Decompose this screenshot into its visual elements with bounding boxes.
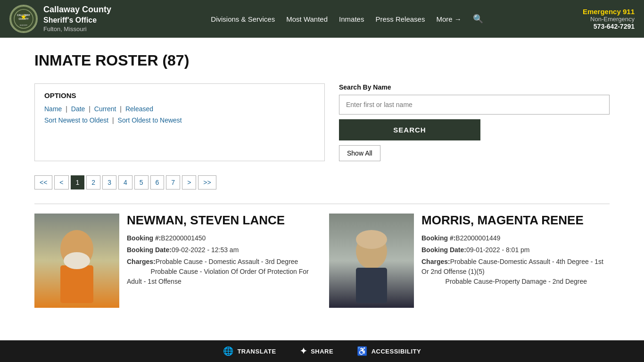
non-emergency-number: 573-642-7291: [594, 23, 635, 30]
agency-title: Callaway County Sheriff's Office Fulton,…: [43, 4, 111, 33]
sort-by-date-link[interactable]: Date: [71, 105, 85, 113]
show-all-button[interactable]: Show All: [339, 145, 380, 161]
header-search-button[interactable]: 🔍: [473, 14, 483, 24]
nav-divisions[interactable]: Divisions & Services: [211, 15, 275, 23]
inmate-charges-1: Charges:Probable Cause - Domestic Assaul…: [127, 257, 315, 287]
svg-rect-9: [60, 265, 93, 303]
page-7[interactable]: 7: [166, 175, 180, 189]
inmate-list: NEWMAN, STEVEN LANCE Booking #:B22000001…: [34, 214, 610, 308]
inmate-booking-num-1: Booking #:B22000001450: [127, 233, 315, 243]
header-left: CALLAWAY COUNTY SHERIFF Callaway County …: [9, 4, 111, 33]
inmate-photo-1: [34, 214, 119, 308]
page-first[interactable]: <<: [34, 175, 52, 189]
search-box: Search By Name SEARCH Show All: [339, 83, 610, 161]
agency-sub: Sheriff's Office: [43, 16, 111, 25]
arrow-right-icon: →: [454, 15, 462, 23]
nav-inmates[interactable]: Inmates: [339, 15, 364, 23]
page-last[interactable]: >>: [198, 175, 216, 189]
site-header: CALLAWAY COUNTY SHERIFF Callaway County …: [0, 0, 644, 38]
section-divider: [34, 204, 610, 204]
svg-text:SHERIFF: SHERIFF: [19, 24, 28, 26]
agency-location: Fulton, Missouri: [43, 25, 111, 33]
svg-point-15: [356, 230, 387, 249]
inmate-booking-num-2: Booking #:B22000001449: [421, 233, 610, 243]
bottom-bar: 🌐 TRANSLATE ✦ SHARE ♿ ACCESSIBILITY: [0, 340, 644, 346]
page-title: INMATE ROSTER (87): [34, 52, 610, 69]
page-next[interactable]: >: [182, 175, 196, 189]
sort-links: Sort Newest to Oldest | Sort Oldest to N…: [44, 116, 315, 124]
svg-point-10: [64, 252, 90, 269]
search-input[interactable]: [339, 95, 610, 115]
inmate-info-1: NEWMAN, STEVEN LANCE Booking #:B22000001…: [127, 214, 315, 288]
page-2[interactable]: 2: [86, 175, 100, 189]
sort-by-name-link[interactable]: Name: [44, 105, 62, 113]
page-6[interactable]: 6: [150, 175, 165, 189]
page-5[interactable]: 5: [134, 175, 149, 189]
options-links: Name | Date | Current | Released: [44, 105, 315, 113]
filter-released-link[interactable]: Released: [125, 105, 153, 113]
inmate-card-2: MORRIS, MAGENTA RENEE Booking #:B2200000…: [329, 214, 610, 308]
options-box: OPTIONS Name | Date | Current | Released…: [34, 83, 325, 161]
search-label: Search By Name: [339, 83, 610, 91]
pagination: << < 1 2 3 4 5 6 7 > >>: [34, 175, 610, 189]
photo-placeholder-2: [329, 214, 414, 308]
search-button[interactable]: SEARCH: [339, 119, 480, 140]
page-3[interactable]: 3: [102, 175, 116, 189]
filter-current-link[interactable]: Current: [94, 105, 116, 113]
svg-rect-14: [356, 268, 387, 303]
sort-newest-link[interactable]: Sort Newest to Oldest: [44, 116, 108, 124]
main-content: INMATE ROSTER (87) OPTIONS Name | Date |…: [16, 38, 628, 346]
page-4[interactable]: 4: [118, 175, 132, 189]
main-nav: Divisions & Services Most Wanted Inmates…: [211, 14, 483, 24]
photo-placeholder-1: [34, 214, 119, 308]
nav-more[interactable]: More →: [436, 15, 461, 23]
search-icon: 🔍: [473, 14, 483, 24]
inmate-booking-date-2: Booking Date:09-01-2022 - 8:01 pm: [421, 245, 610, 255]
page-prev[interactable]: <: [54, 175, 68, 189]
inmate-charges-2: Charges:Probable Cause-Domestic Assault …: [421, 257, 610, 287]
inmate-name-1[interactable]: NEWMAN, STEVEN LANCE: [127, 214, 315, 228]
emergency-number: Emergency 911: [583, 8, 635, 16]
sort-oldest-link[interactable]: Sort Oldest to Newest: [118, 116, 182, 124]
page-1[interactable]: 1: [71, 175, 85, 189]
options-search-row: OPTIONS Name | Date | Current | Released…: [34, 83, 610, 161]
inmate-card-1: NEWMAN, STEVEN LANCE Booking #:B22000001…: [34, 214, 315, 308]
nav-press-releases[interactable]: Press Releases: [375, 15, 425, 23]
non-emergency-label: Non-Emergency: [590, 16, 635, 23]
agency-name: Callaway County: [43, 4, 111, 15]
emergency-info: Emergency 911 Non-Emergency 573-642-7291: [583, 8, 635, 30]
inmate-name-2[interactable]: MORRIS, MAGENTA RENEE: [421, 214, 610, 228]
inmate-booking-date-1: Booking Date:09-02-2022 - 12:53 am: [127, 245, 315, 255]
inmate-info-2: MORRIS, MAGENTA RENEE Booking #:B2200000…: [421, 214, 610, 288]
inmate-photo-2: [329, 214, 414, 308]
nav-most-wanted[interactable]: Most Wanted: [286, 15, 328, 23]
agency-logo: CALLAWAY COUNTY SHERIFF: [9, 5, 38, 33]
options-title: OPTIONS: [44, 91, 315, 99]
